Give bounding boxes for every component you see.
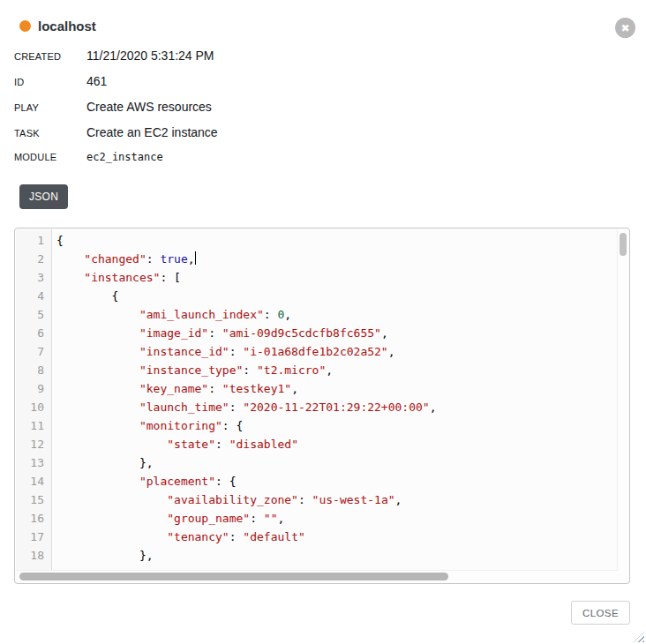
details-list: CREATED11/21/2020 5:31:24 PMID461PLAYCre… (14, 49, 632, 176)
line-number: 5 (16, 305, 44, 324)
detail-value: 11/21/2020 5:31:24 PM (86, 49, 214, 63)
line-number: 18 (16, 546, 44, 565)
line-number-gutter: 123456789101112131415161718 (16, 229, 52, 571)
code-line: "instance_type": "t2.micro", (56, 361, 618, 379)
code-line: "changed": true, (56, 250, 618, 268)
code-line: "instances": [ (56, 268, 618, 287)
vertical-scrollbar-thumb[interactable] (620, 233, 627, 256)
line-number: 15 (16, 490, 44, 509)
line-number: 6 (16, 324, 44, 342)
detail-row: CREATED11/21/2020 5:31:24 PM (14, 49, 632, 74)
horizontal-scrollbar-track[interactable] (16, 570, 618, 582)
line-number: 14 (16, 472, 44, 490)
code-line: "tenancy": "default" (56, 528, 618, 546)
close-icon[interactable]: ✖ (615, 18, 635, 38)
detail-value: Create an EC2 instance (86, 125, 218, 139)
detail-label: PLAY (14, 102, 86, 113)
close-button[interactable]: CLOSE (571, 601, 630, 625)
vertical-scrollbar-track[interactable] (617, 229, 628, 571)
line-number: 1 (16, 231, 44, 250)
host-title: localhost (38, 19, 96, 34)
detail-row: PLAYCreate AWS resources (14, 100, 632, 125)
host-status-dot-icon (19, 20, 31, 32)
line-number: 3 (16, 268, 44, 287)
code-line: "launch_time": "2020-11-22T01:29:22+00:0… (56, 398, 618, 416)
line-number: 16 (16, 509, 44, 528)
detail-row: MODULEec2_instance (14, 151, 632, 176)
code-line: }, (56, 453, 618, 472)
detail-label: TASK (14, 128, 86, 139)
line-number: 9 (16, 379, 44, 398)
code-line: "state": "disabled" (56, 435, 618, 453)
detail-value: Create AWS resources (86, 100, 212, 114)
code-line: "ami_launch_index": 0, (56, 305, 618, 324)
line-number: 17 (16, 528, 44, 546)
host-event-modal: localhost ✖ CREATED11/21/2020 5:31:24 PM… (0, 0, 646, 644)
detail-row: ID461 (14, 74, 632, 100)
code-line: "image_id": "ami-09d9c5cdcfb8fc655", (56, 324, 618, 342)
line-number: 12 (16, 435, 44, 453)
line-number: 7 (16, 342, 44, 361)
code-line: "placement": { (56, 472, 618, 490)
code-line: }, (56, 546, 618, 565)
tab-json-button[interactable]: JSON (19, 184, 68, 209)
detail-label: ID (14, 77, 86, 87)
line-number: 4 (16, 287, 44, 305)
resize-grip-icon[interactable] (634, 632, 644, 642)
code-line: "key_name": "testkey1", (56, 379, 618, 398)
modal-header: localhost (19, 19, 96, 34)
editor-body: 123456789101112131415161718 { "changed":… (16, 229, 618, 571)
detail-value: 461 (86, 74, 107, 88)
code-lines: { "changed": true, "instances": [ { "ami… (52, 229, 618, 571)
code-line: "group_name": "", (56, 509, 618, 528)
line-number: 10 (16, 398, 44, 416)
line-number: 8 (16, 361, 44, 379)
detail-row: TASKCreate an EC2 instance (14, 125, 632, 151)
detail-label: MODULE (14, 152, 86, 162)
code-line: { (56, 287, 618, 305)
horizontal-scrollbar-thumb[interactable] (19, 573, 448, 580)
code-line: "monitoring": { (56, 416, 618, 435)
detail-label: CREATED (14, 51, 86, 62)
line-number: 13 (16, 453, 44, 472)
line-number: 2 (16, 250, 44, 268)
line-number: 11 (16, 416, 44, 435)
text-cursor (195, 251, 197, 265)
code-line: "instance_id": "i-01a68dfe1b2c02a52", (56, 342, 618, 361)
code-line: "availability_zone": "us-west-1a", (56, 490, 618, 509)
code-line: { (56, 231, 618, 250)
detail-value: ec2_instance (86, 151, 163, 163)
json-code-editor[interactable]: 123456789101112131415161718 { "changed":… (14, 228, 630, 584)
